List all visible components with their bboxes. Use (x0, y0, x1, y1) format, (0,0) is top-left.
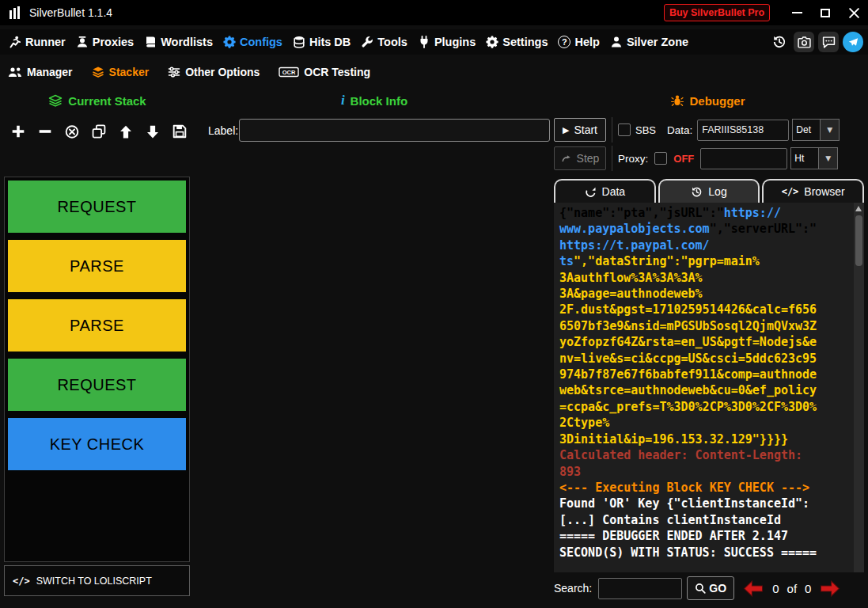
app-window: SilverBullet 1.1.4 Buy SilverBullet Pro … (0, 0, 868, 608)
play-icon: ▶ (563, 125, 569, 135)
stack-block-parse-1[interactable]: PARSE (8, 240, 186, 292)
app-logo-icon (8, 6, 22, 20)
tab-log[interactable]: Log (658, 179, 760, 203)
separator (612, 146, 612, 171)
log-segment: Found 'OR' Key {"clientInstanceId": [...… (559, 496, 817, 559)
log-segment: ","serverURL":" (710, 222, 817, 236)
step-arrow-icon (561, 153, 572, 164)
buy-pro-label: Buy SilverBullet Pro (669, 7, 764, 18)
submenu-item-label: OCR Testing (304, 66, 370, 78)
submenu-item-ocr-testing[interactable]: OCROCR Testing (279, 66, 370, 78)
chevron-down-icon[interactable]: ▼ (821, 119, 840, 141)
start-label: Start (574, 124, 597, 136)
close-button[interactable] (840, 0, 868, 25)
window-controls (783, 0, 868, 25)
proxy-type-dropdown[interactable]: Ht▼ (790, 147, 838, 169)
log-segment: <--- Executing Block KEY CHECK ---> (559, 481, 809, 495)
switch-label: SWITCH TO LOLISCRIPT (36, 576, 152, 587)
disable-block-button[interactable] (60, 119, 84, 144)
log-segment: ","dataString":"pgrp=main% 3Aauthflow%3A… (559, 254, 817, 446)
log-search-bar: Search: GO 0of0 (554, 575, 866, 602)
maximize-button[interactable] (811, 0, 840, 25)
tab-browser[interactable]: </>Browser (762, 179, 864, 203)
menu-item-label: Proxies (93, 36, 134, 48)
clone-block-button[interactable] (87, 119, 111, 144)
menu-item-label: Tools (377, 36, 407, 48)
move-up-button[interactable] (114, 119, 138, 144)
stack-block-request-2[interactable]: REQUEST (8, 359, 186, 411)
proxies-icon (76, 36, 89, 48)
menu-item-silver-zone[interactable]: Silver Zone (606, 36, 692, 48)
menu-item-configs[interactable]: Configs (219, 36, 286, 48)
stack-block-key-check[interactable]: KEY CHECK (8, 418, 186, 470)
debugger-header: Debugger (554, 92, 862, 109)
previous-match-button[interactable] (741, 580, 766, 597)
chat-icon (822, 36, 836, 49)
buy-pro-button[interactable]: Buy SilverBullet Pro (664, 4, 770, 21)
submenu-item-manager[interactable]: Manager (8, 66, 73, 78)
title-bar: SilverBullet 1.1.4 Buy SilverBullet Pro (0, 0, 868, 25)
debugger-row-start: ▶Start SBS Data: Det▼ (554, 116, 864, 144)
next-match-button[interactable] (817, 580, 843, 597)
search-go-button[interactable]: GO (687, 576, 734, 600)
search-input[interactable] (598, 578, 682, 599)
gear-icon (486, 36, 498, 48)
log-segment: {"name":"pta","jsURL":" (559, 206, 724, 220)
step-label: Step (577, 152, 600, 165)
stack-block-request-1[interactable]: REQUEST (8, 180, 186, 233)
chevron-down-icon[interactable]: ▼ (819, 147, 838, 169)
chat-button[interactable] (818, 32, 839, 52)
block-label-caption: Label: (208, 124, 238, 137)
arrow-left-icon (741, 580, 766, 597)
history-button[interactable] (769, 32, 790, 52)
tab-label: Data (602, 185, 626, 198)
menu-item-help[interactable]: ?Help (554, 36, 603, 48)
stack-block-parse-2[interactable]: PARSE (8, 299, 186, 352)
menu-item-settings[interactable]: Settings (482, 36, 552, 48)
current-stack-header: Current Stack (0, 92, 195, 109)
switch-to-loliscript-button[interactable]: </>SWITCH TO LOLISCRIPT (4, 565, 190, 596)
wrench-icon (361, 36, 373, 48)
submenu-item-label: Manager (27, 66, 73, 78)
scroll-up-icon[interactable] (855, 206, 862, 211)
block-label-input[interactable] (239, 119, 550, 142)
quick-actions (769, 32, 863, 52)
menu-item-plugins[interactable]: Plugins (414, 36, 479, 48)
search-caption: Search: (554, 582, 592, 595)
move-down-button[interactable] (141, 119, 165, 144)
submenu-item-label: Other Options (185, 66, 260, 78)
minimize-button[interactable] (783, 0, 811, 25)
start-button[interactable]: ▶Start (554, 118, 606, 142)
screenshot-button[interactable] (794, 32, 814, 52)
block-info-title: Block Info (351, 94, 408, 108)
data-type-dropdown[interactable]: Det▼ (792, 119, 840, 141)
submenu-item-stacker[interactable]: Stacker (92, 66, 150, 78)
minimize-icon (792, 12, 802, 13)
proxy-checkbox[interactable] (654, 152, 667, 165)
telegram-button[interactable] (843, 32, 863, 52)
sbs-checkbox[interactable] (618, 124, 631, 136)
stack-block-label: PARSE (70, 257, 124, 276)
menu-item-wordlists[interactable]: Wordlists (140, 36, 217, 48)
log-scrollbar[interactable] (854, 203, 864, 572)
remove-block-button[interactable] (33, 119, 57, 144)
submenu-item-label: Stacker (109, 66, 150, 78)
menu-item-label: Wordlists (161, 36, 213, 48)
proxy-input[interactable] (700, 148, 787, 169)
bug-icon (671, 94, 684, 107)
menu-item-runner[interactable]: Runner (5, 36, 70, 48)
debugger-log-panel[interactable]: {"name":"pta","jsURL":"https:// www.payp… (554, 203, 864, 572)
tab-data[interactable]: Data (554, 179, 656, 203)
save-stack-button[interactable] (168, 119, 191, 144)
menu-item-label: Hits DB (309, 36, 351, 48)
menu-item-hits-db[interactable]: Hits DB (289, 36, 354, 48)
menu-item-proxies[interactable]: Proxies (72, 36, 138, 48)
menu-item-tools[interactable]: Tools (357, 36, 411, 48)
telegram-icon (847, 36, 859, 48)
search-icon (695, 583, 706, 594)
add-block-button[interactable] (6, 119, 30, 144)
step-button[interactable]: Step (554, 146, 606, 170)
scrollbar-thumb[interactable] (855, 215, 862, 266)
submenu-item-other-options[interactable]: Other Options (168, 66, 260, 78)
data-input[interactable] (697, 120, 789, 141)
